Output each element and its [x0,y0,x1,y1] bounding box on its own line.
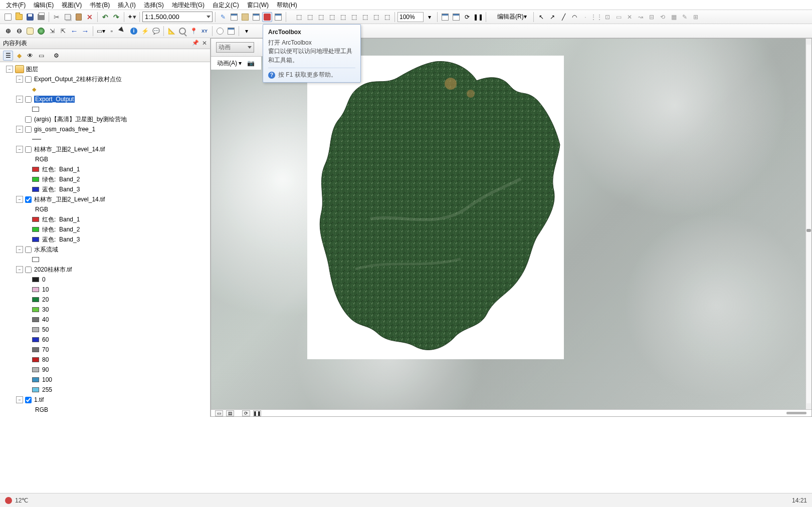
toc-list-by-drawing-order-icon[interactable]: ☰ [3,51,13,61]
layer-name-label[interactable]: Export_Output [34,96,75,103]
georef-scale-icon[interactable]: ⬚ [338,12,348,22]
menu-insert[interactable]: 插入(I) [114,0,139,10]
zoom-in-button[interactable]: ⊕ [3,26,13,36]
expand-icon[interactable]: − [16,96,23,103]
animation-dropdown[interactable]: 动画 [216,42,254,53]
fixed-zoom-in-button[interactable]: ⇲ [47,26,57,36]
toc-class[interactable]: 20 [1,295,209,305]
edit-reshape-icon[interactable]: ↝ [636,12,646,22]
georef-rotate-icon[interactable]: ⬚ [327,12,337,22]
measure-button[interactable]: 📐 [166,26,176,36]
toc-layer[interactable]: −桂林市_卫图2_Level_14.tif [1,194,209,204]
layer-name-label[interactable]: 桂林市_卫图2_Level_14.tif [34,145,105,154]
copy-button[interactable] [63,12,73,22]
layer-name-label[interactable]: 水系流域 [34,245,58,254]
edit-trace-icon[interactable]: ⊡ [602,12,613,22]
edit-create-features-icon[interactable]: ⊞ [691,12,701,22]
save-button[interactable] [25,12,35,22]
back-extent-button[interactable]: ← [69,26,79,36]
toc-band[interactable]: 蓝色: Band_3 [1,234,209,244]
zoom-out-button[interactable]: ⊖ [14,26,24,36]
edit-arc-icon[interactable]: ◠ [569,12,579,22]
time-slider-button[interactable] [215,26,225,36]
georef-link-icon[interactable]: ⬚ [305,12,315,22]
toc-class[interactable]: 90 [1,365,209,375]
clock[interactable]: 14:21 [792,497,807,504]
toc-class[interactable]: 0 [1,275,209,285]
map-vertical-scrollbar[interactable] [805,39,811,409]
new-button[interactable] [3,12,13,22]
toc-band[interactable]: 红色: Band_1 [1,164,209,174]
layout-layoutview-button[interactable] [451,12,461,22]
toc-layer[interactable]: −1.tif [1,395,209,405]
toc-band[interactable]: 绿色: Band_2 [1,174,209,184]
toc-class[interactable]: 60 [1,335,209,345]
toc-rgb-label[interactable]: RGB [1,204,209,214]
expand-icon[interactable]: − [16,246,23,253]
expand-icon[interactable]: − [16,146,23,153]
pin-icon[interactable]: 📌 [192,40,199,46]
toc-tree[interactable]: − 图层 −Export_Output_2桂林行政村点位◆−Export_Out… [0,62,210,417]
refresh-view-icon[interactable]: ⟳ [242,410,250,416]
find-route-button[interactable]: 📍 [188,26,198,36]
expand-icon[interactable]: − [16,196,23,203]
fixed-zoom-out-button[interactable]: ⇱ [58,26,68,36]
expand-icon[interactable]: − [16,266,23,273]
layout-dataview-button[interactable] [440,12,450,22]
undo-button[interactable]: ↶ [100,12,110,22]
editor-dropdown[interactable]: 编辑器(R)▾ [496,12,531,22]
find-button[interactable] [177,26,187,36]
toc-layer[interactable]: (argis)【高清】卫星图_by测绘营地 [1,114,209,124]
menu-geoprocessing[interactable]: 地理处理(G) [168,0,209,10]
layer-visibility-checkbox[interactable] [25,126,32,133]
expand-icon[interactable]: − [16,126,23,133]
layer-name-label[interactable]: 1.tif [34,396,44,403]
weather-widget[interactable]: 12℃ [5,497,28,504]
georef-shift-icon[interactable]: ⬚ [349,12,359,22]
toc-layer[interactable]: −桂林市_卫图2_Level_14.tif [1,144,209,154]
animation-capture-icon[interactable]: 📷 [246,58,256,68]
layer-name-label[interactable]: (argis)【高清】卫星图_by测绘营地 [34,115,127,124]
html-popup-button[interactable]: 💬 [151,26,161,36]
add-data-button[interactable]: ✦▾ [127,12,137,22]
map-scale-combo[interactable]: 1:1,500,000 [142,12,213,22]
toc-layer[interactable]: −gis_osm_roads_free_1 [1,124,209,134]
window-toc-button[interactable] [229,12,239,22]
toc-layer[interactable]: −Export_Output_2桂林行政村点位 [1,74,209,84]
toc-list-by-source-icon[interactable]: ◆ [14,51,24,61]
layer-visibility-checkbox[interactable] [25,146,32,153]
toc-band[interactable]: 绿色: Band_2 [1,224,209,234]
zoom-percent-box[interactable]: 100% [397,12,424,22]
toc-class[interactable]: 80 [1,355,209,365]
toc-options-icon[interactable]: ⚙ [51,51,61,61]
horizontal-scrollbar-thumb[interactable] [786,412,806,414]
editor-toolbar-icon[interactable]: ✎ [218,12,228,22]
toc-class[interactable]: 50 [1,325,209,335]
toolbar-dropdown-icon[interactable]: ▾ [242,26,252,36]
select-elements-button[interactable] [118,26,128,36]
layer-name-label[interactable]: 2020桂林市.tif [34,266,72,274]
expand-icon[interactable]: − [16,396,23,403]
animation-menu-label[interactable]: 动画(A) ▾ [217,59,242,68]
menu-bookmarks[interactable]: 书签(B) [86,0,114,10]
edit-point-icon[interactable]: · [580,12,590,22]
layer-visibility-checkbox[interactable] [25,96,32,103]
menu-customize[interactable]: 自定义(C) [209,0,243,10]
toc-symbol[interactable] [1,134,209,144]
goto-xy-button[interactable]: XY [199,26,210,36]
toc-rgb-label[interactable]: RGB [1,405,209,415]
georef-control-icon[interactable]: ⬚ [371,12,381,22]
expand-icon[interactable]: − [16,76,23,83]
pan-button[interactable] [25,26,35,36]
edit-split-icon[interactable]: ⊟ [647,12,657,22]
menu-view[interactable]: 视图(V) [58,0,86,10]
toc-band[interactable]: 蓝色: Band_3 [1,184,209,194]
edit-vertices-icon[interactable]: ⋮⋮ [591,12,601,22]
menu-selection[interactable]: 选择(S) [140,0,168,10]
toc-rgb-label[interactable]: RGB [1,154,209,164]
data-view-tab-icon[interactable]: ▭ [215,410,223,416]
arctoolbox-button[interactable] [262,12,272,22]
edit-sketch-icon[interactable]: ✎ [680,12,690,22]
edit-line-icon[interactable]: ╱ [558,12,568,22]
toc-symbol[interactable] [1,104,209,114]
